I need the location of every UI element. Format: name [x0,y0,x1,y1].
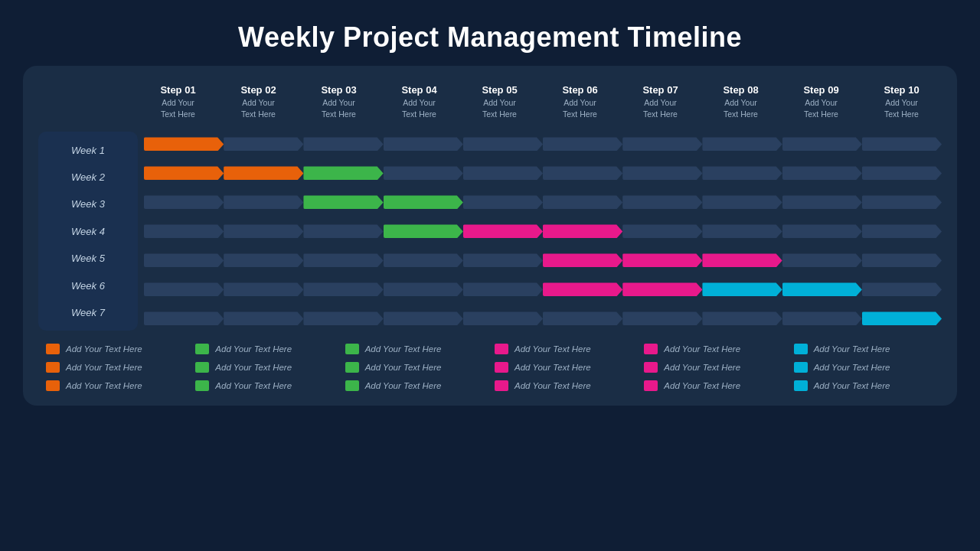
arrow-bar-r2-c5 [463,166,543,180]
legend-item-14: Add Your Text Here [191,378,340,393]
legend-text-5: Add Your Text Here [664,344,740,354]
arrow-bar-r1-c3 [303,137,383,151]
arrow-bar-r3-c5 [463,195,543,209]
step-number-7: Step 07 [622,84,699,96]
arrow-bar-r1-c2 [224,137,303,151]
legend-item-8: Add Your Text Here [191,360,340,375]
arrow-bar-r6-c7 [622,282,702,296]
legend-item-17: Add Your Text Here [639,378,789,393]
gantt-seg-r5-c6 [543,253,622,268]
step-number-4: Step 04 [381,84,458,96]
gantt-seg-r7-c8 [702,311,782,326]
step-col-2: Step 02Add YourText Here [218,81,299,122]
arrow-bar-r2-c7 [622,166,702,180]
gantt-seg-r3-c7 [622,194,702,210]
legend-text-1: Add Your Text Here [66,344,142,354]
gantt-seg-r3-c4 [384,194,463,210]
gantt-seg-r1-c8 [702,136,782,152]
gantt-seg-r3-c1 [144,194,224,210]
gantt-seg-r6-c2 [224,282,303,297]
legend-dot-17 [644,380,658,391]
gantt-seg-r1-c5 [463,136,543,152]
gantt-seg-r2-c8 [702,165,782,181]
arrow-bar-r2-c6 [543,166,622,180]
arrow-bar-r7-c3 [303,311,383,325]
legend-text-8: Add Your Text Here [215,363,292,372]
arrow-bar-r3-c9 [782,195,862,209]
step-col-1: Step 01Add YourText Here [138,81,218,122]
gantt-seg-r5-c4 [384,253,463,268]
arrow-bar-r7-c6 [543,311,622,325]
legend-item-13: Add Your Text Here [41,378,191,393]
gantt-row-1 [144,132,942,156]
gantt-seg-r5-c3 [303,253,383,268]
gantt-seg-r3-c6 [543,194,622,210]
gantt-seg-r6-c7 [622,282,702,297]
gantt-seg-r7-c1 [144,311,224,326]
legend-text-13: Add Your Text Here [66,381,142,390]
arrow-bar-r1-c10 [862,137,942,151]
gantt-seg-r7-c4 [384,311,463,326]
arrow-bar-r6-c9 [782,282,862,296]
arrow-bar-r3-c4 [384,195,463,209]
gantt-seg-r7-c6 [543,311,622,326]
legend-dot-13 [46,380,60,391]
arrow-bar-r5-c2 [224,253,303,267]
legend-item-10: Add Your Text Here [490,360,639,375]
legend-area: Add Your Text HereAdd Your Text HereAdd … [38,341,942,393]
arrow-bar-r1-c8 [702,137,782,151]
legend-item-9: Add Your Text Here [341,360,490,375]
arrow-bar-r2-c4 [384,166,463,180]
gantt-seg-r1-c9 [782,136,862,152]
step-desc-7: Add YourText Here [622,97,699,119]
arrow-bar-r1-c7 [622,137,702,151]
gantt-row-3 [144,190,942,214]
legend-text-12: Add Your Text Here [814,363,890,372]
legend-dot-4 [495,344,508,354]
step-number-5: Step 05 [461,84,538,96]
week-label-6: Week 6 [38,276,138,296]
main-card: Step 01Add YourText HereStep 02Add YourT… [23,66,957,406]
gantt-seg-r6-c8 [702,282,782,297]
gantt-seg-r6-c1 [144,282,224,297]
arrow-bar-r5-c8 [702,253,782,267]
legend-text-17: Add Your Text Here [664,381,740,390]
arrow-bar-r7-c10 [862,311,942,325]
gantt-seg-r5-c2 [224,253,303,268]
arrow-bar-r4-c1 [144,224,224,238]
legend-dot-15 [345,380,359,391]
gantt-seg-r1-c1 [144,136,224,152]
step-col-3: Step 03Add YourText Here [299,81,379,122]
legend-item-1: Add Your Text Here [41,341,191,357]
gantt-seg-r4-c1 [144,223,224,239]
arrow-bar-r2-c3 [303,166,383,180]
arrow-bar-r3-c6 [543,195,622,209]
arrow-bar-r6-c4 [384,282,463,296]
gantt-track-2 [144,165,942,181]
step-number-8: Step 08 [702,84,779,96]
gantt-seg-r4-c4 [384,223,463,239]
arrow-bar-r7-c5 [463,311,543,325]
gantt-track-6 [144,282,942,297]
week-label-7: Week 7 [38,302,138,323]
gantt-row-7 [144,306,942,331]
gantt-seg-r6-c4 [384,282,463,297]
arrow-bar-r5-c10 [862,253,942,267]
legend-text-10: Add Your Text Here [514,363,591,372]
arrow-bar-r6-c10 [862,282,942,296]
legend-dot-10 [495,362,508,373]
gantt-seg-r2-c6 [543,165,622,181]
arrow-bar-r6-c1 [144,282,224,296]
arrow-bar-r7-c1 [144,311,224,325]
arrow-bar-r2-c9 [782,166,862,180]
legend-dot-18 [794,380,808,391]
gantt-seg-r2-c1 [144,165,224,181]
steps-header: Step 01Add YourText HereStep 02Add YourT… [138,81,942,122]
gantt-row-4 [144,219,942,243]
legend-dot-7 [46,362,60,373]
step-number-9: Step 09 [782,84,860,96]
arrow-bar-r1-c4 [384,137,463,151]
arrow-bar-r4-c3 [303,224,383,238]
step-col-4: Step 04Add YourText Here [379,81,459,122]
gantt-track-5 [144,253,942,268]
